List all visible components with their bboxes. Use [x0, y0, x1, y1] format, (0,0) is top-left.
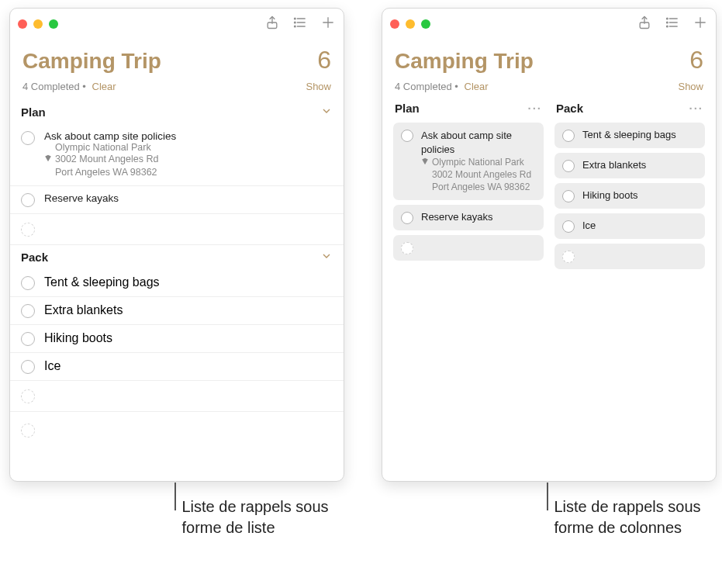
- section-title: Plan: [21, 105, 46, 119]
- new-reminder-placeholder[interactable]: [10, 381, 344, 412]
- reminder-card[interactable]: Extra blankets: [554, 153, 705, 178]
- reminder-item[interactable]: Reserve kayaks: [10, 186, 344, 214]
- svg-point-14: [667, 22, 668, 23]
- complete-toggle[interactable]: [401, 130, 413, 142]
- complete-toggle[interactable]: [21, 193, 35, 207]
- reminder-card[interactable]: Tent & sleeping bags: [554, 123, 705, 148]
- share-icon[interactable]: [264, 15, 280, 33]
- reminder-address: 3002 Mount Angeles Rd Port Angeles WA 98…: [55, 153, 158, 179]
- new-reminder-placeholder[interactable]: [10, 412, 344, 448]
- complete-toggle[interactable]: [21, 131, 35, 145]
- completed-label: 4 Completed: [395, 81, 452, 92]
- reminder-title: Tent & sleeping bags: [582, 129, 676, 140]
- reminder-item[interactable]: Extra blankets: [10, 297, 344, 325]
- window-titlebar: [382, 9, 716, 40]
- callout-line: [547, 483, 548, 510]
- window-close-button[interactable]: [18, 19, 27, 29]
- window-controls: [18, 19, 58, 29]
- reminder-item[interactable]: Hiking boots: [10, 325, 344, 353]
- column-more-button[interactable]: ···: [689, 102, 703, 115]
- list-subheader: 4 Completed • Clear Show: [382, 78, 716, 100]
- reminders-window-list-view: Camping Trip 6 4 Completed • Clear Show …: [9, 8, 344, 482]
- window-controls: [390, 19, 430, 29]
- column-header-pack: Pack ···: [554, 100, 705, 118]
- callout-column-view: Liste de rappels sous forme de colonnes: [547, 496, 717, 538]
- complete-toggle[interactable]: [562, 160, 575, 172]
- columns-container: Plan ··· Ask about camp site policies Ol…: [382, 100, 716, 269]
- complete-toggle[interactable]: [21, 276, 35, 290]
- window-minimize-button[interactable]: [406, 19, 415, 29]
- column-title: Pack: [556, 102, 583, 115]
- list-count: 6: [689, 46, 703, 74]
- section-header-plan[interactable]: Plan: [10, 100, 344, 124]
- reminder-title: Tent & sleeping bags: [44, 275, 160, 289]
- list-title: Camping Trip: [395, 49, 534, 74]
- column-pack: Pack ··· Tent & sleeping bags Extra blan…: [554, 100, 705, 269]
- add-reminder-icon[interactable]: [693, 15, 708, 33]
- svg-point-15: [667, 26, 668, 27]
- placeholder-circle: [401, 242, 413, 254]
- reminder-card[interactable]: Hiking boots: [554, 183, 705, 209]
- complete-toggle[interactable]: [21, 304, 35, 318]
- reminder-card[interactable]: Ask about camp site policies Olympic Nat…: [393, 123, 544, 200]
- complete-toggle[interactable]: [21, 332, 35, 346]
- reminder-title: Ice: [582, 220, 596, 231]
- list-layout-icon[interactable]: [665, 15, 680, 33]
- new-reminder-placeholder[interactable]: [393, 235, 544, 261]
- placeholder-circle: [21, 424, 35, 438]
- callout-text: Liste de rappels sous forme de liste: [182, 496, 345, 538]
- section-header-pack[interactable]: Pack: [10, 245, 344, 269]
- new-reminder-placeholder[interactable]: [10, 214, 344, 245]
- list-layout-icon[interactable]: [292, 15, 308, 33]
- toolbar-actions: [637, 15, 708, 33]
- svg-point-13: [667, 18, 668, 19]
- completed-label: 4 Completed: [22, 81, 80, 92]
- reminder-address: Olympic National Park 3002 Mount Angeles…: [432, 156, 531, 194]
- reminder-title: Reserve kayaks: [421, 211, 492, 223]
- section-title: Pack: [21, 251, 48, 264]
- clear-completed-button[interactable]: Clear: [465, 81, 489, 92]
- complete-toggle[interactable]: [21, 360, 35, 374]
- reminder-card[interactable]: Reserve kayaks: [393, 205, 544, 230]
- reminder-card[interactable]: Ice: [554, 213, 705, 239]
- svg-point-6: [295, 26, 296, 27]
- callout-list-view: Liste de rappels sous forme de liste: [174, 496, 345, 538]
- add-reminder-icon[interactable]: [320, 15, 336, 33]
- complete-toggle[interactable]: [562, 220, 575, 233]
- reminder-title: Reserve kayaks: [44, 192, 333, 204]
- placeholder-circle: [562, 251, 575, 263]
- reminder-body: Ask about camp site policies Olympic Nat…: [44, 130, 333, 179]
- list-count: 6: [317, 46, 331, 74]
- window-minimize-button[interactable]: [33, 19, 43, 29]
- list-header: Camping Trip 6: [382, 40, 716, 78]
- toolbar-actions: [264, 15, 336, 33]
- reminder-item[interactable]: Ask about camp site policies Olympic Nat…: [10, 124, 344, 186]
- completed-info: 4 Completed • Clear: [395, 81, 489, 92]
- reminder-item[interactable]: Tent & sleeping bags: [10, 269, 344, 297]
- reminder-title: Ask about camp site policies: [421, 129, 536, 156]
- window-zoom-button[interactable]: [421, 19, 430, 29]
- share-icon[interactable]: [637, 15, 652, 33]
- reminder-title: Hiking boots: [582, 189, 638, 201]
- show-completed-button[interactable]: Show: [306, 81, 331, 92]
- chevron-down-icon: [320, 250, 333, 265]
- reminder-title: Extra blankets: [44, 303, 123, 317]
- complete-toggle[interactable]: [562, 190, 575, 202]
- reminders-window-column-view: Camping Trip 6 4 Completed • Clear Show …: [382, 8, 717, 482]
- window-close-button[interactable]: [390, 19, 399, 29]
- show-completed-button[interactable]: Show: [678, 81, 703, 92]
- reminder-title: Extra blankets: [582, 159, 646, 171]
- reminder-item[interactable]: Ice: [10, 353, 344, 381]
- column-more-button[interactable]: ···: [527, 102, 542, 115]
- clear-completed-button[interactable]: Clear: [92, 81, 116, 92]
- reminder-title: Hiking boots: [44, 331, 112, 345]
- location-pin-icon: [44, 153, 52, 166]
- placeholder-circle: [21, 223, 35, 237]
- window-zoom-button[interactable]: [49, 19, 58, 29]
- new-reminder-placeholder[interactable]: [554, 244, 705, 269]
- complete-toggle[interactable]: [401, 212, 413, 224]
- column-plan: Plan ··· Ask about camp site policies Ol…: [393, 100, 544, 269]
- complete-toggle[interactable]: [562, 130, 575, 142]
- list-subheader: 4 Completed • Clear Show: [10, 78, 344, 100]
- section-items-plan: Ask about camp site policies Olympic Nat…: [10, 124, 344, 245]
